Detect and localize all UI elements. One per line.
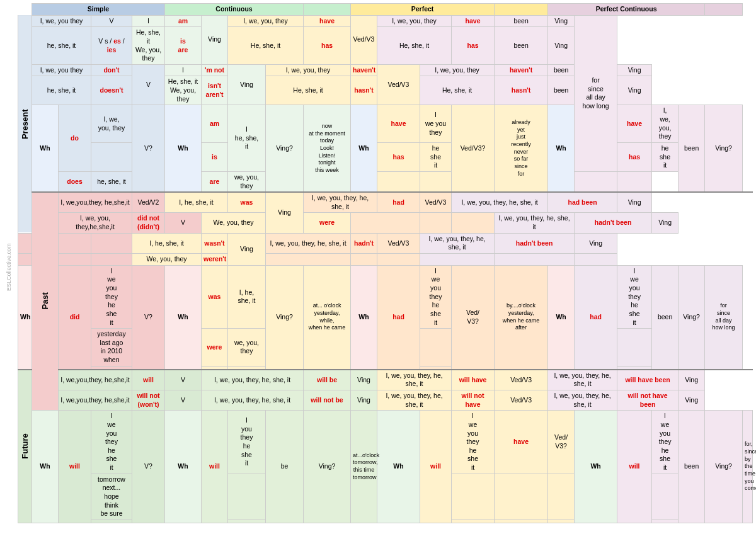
future-q-pc-will: will: [617, 411, 652, 523]
past-cont-adverbs: at... o'clockyesterday,while,when he cam…: [304, 265, 351, 370]
tense-label-past: Past: [32, 192, 59, 411]
future-q-perf-ved2: [548, 474, 575, 520]
present-neg-subj1: I, we, you they: [32, 64, 91, 76]
future-q-cont-be: be: [266, 411, 304, 523]
future-q-pc-forsince: for,since,by thetime youcome: [743, 411, 753, 523]
present-neg-v: V: [132, 64, 165, 105]
present-q-ved: Ved/V3?: [452, 105, 495, 192]
future-q-pc-placeholder: [652, 520, 679, 523]
future-q-perf-placeholder: [452, 520, 495, 523]
past-q-wh-pc: Wh: [548, 265, 575, 370]
present-q-have: have: [377, 105, 420, 143]
past-cont-weyouthey: We, you, they: [202, 213, 266, 233]
past-q-pc-had: had: [575, 265, 617, 370]
future-neg-pc-willnothavebeen: will not have been: [617, 390, 679, 410]
future-q-perf-subj: Iweyoutheyhesheit: [452, 411, 495, 474]
present-perf-subj1: I, we, you, they: [228, 15, 304, 27]
header-simple: Simple: [32, 4, 165, 16]
future-neg-perf-ved: Ved/V3: [495, 390, 548, 410]
future-perf-willhave: will have: [452, 370, 495, 390]
future-simple-v: V: [165, 370, 202, 390]
future-q-perf-ved: Ved/V3?: [548, 411, 575, 474]
present-q-wh-pc: Wh: [548, 105, 575, 192]
present-q-wh-cont: Wh: [165, 105, 202, 192]
present-q-hesheit-label: he, she, it: [91, 171, 132, 192]
past-pc-subj2: I, we, you, they, he, she, it: [495, 213, 575, 233]
past-neg-pc-subj: I, we, you, they, he, she, it: [420, 233, 495, 253]
tense-label-present: Present: [18, 15, 32, 233]
past-q-pc-been: been: [652, 265, 679, 370]
past-neg-cont-wasnt: wasn't: [202, 233, 228, 253]
present-pc-ving2: Ving: [548, 27, 575, 65]
future-pc-ving: Ving: [679, 370, 705, 390]
past-pc-ving2: Ving: [652, 213, 679, 233]
present-q-pc-placeholder: [575, 171, 617, 192]
past-q-wh: Wh: [18, 265, 32, 370]
future-pc-willhavebeen: will have been: [617, 370, 679, 390]
present-q-pc-has: has: [617, 142, 652, 171]
past-neg-pc-hadntbeen: hadn't been: [495, 233, 575, 253]
past-neg2-placeholder3: [91, 233, 132, 253]
future-q-cont-placeholder: [228, 474, 266, 520]
watermark: ESLCollective.com: [6, 243, 12, 291]
past-q-perf-subj: Iweyoutheyhesheit: [420, 265, 452, 328]
past-cont-ving: Ving: [266, 192, 304, 233]
present-q-are: are: [202, 171, 228, 192]
future-cont-subj: I, we, you, they, he, she, it: [202, 370, 304, 390]
past-perf-had: had: [377, 192, 420, 213]
past-neg2-placeholder2: [59, 233, 91, 253]
past-row4-perf: [266, 254, 351, 266]
future-q-subj: Iweyoutheyhesheit: [91, 411, 132, 474]
header-perfect-adv: [495, 4, 548, 16]
future-simple-will: will: [132, 370, 165, 390]
present-perf-have: have: [304, 15, 351, 27]
present-simple-v1: V: [91, 15, 132, 27]
future-cont-ving: Ving: [351, 370, 377, 390]
past-q-wh-perf: Wh: [351, 265, 377, 370]
present-q-hesheit-s: [91, 142, 132, 171]
past-cont-were: were: [304, 213, 351, 233]
present-pc-subj1: I, we, you, they: [377, 15, 452, 27]
future-q-wh: Wh: [32, 411, 59, 523]
future-q-pc-ving: Ving?: [705, 411, 743, 523]
future-neg-pc-ving: Ving: [679, 390, 705, 410]
corner-cell: [18, 4, 32, 16]
past-neg-subj: I, we, you, they,he,she,it: [59, 213, 132, 233]
future-pc-subj: I, we, you, they, he, she, it: [548, 370, 617, 390]
present-q-wh-perf: Wh: [351, 105, 377, 192]
present-q-pc-iwe: I,we, you,they: [652, 105, 679, 143]
present-neg-perf-hesheit: He, she, it: [266, 76, 351, 105]
present-neg-cont-ving: Ving: [228, 64, 266, 105]
past-neg-didnot: did not(didn't): [132, 213, 165, 233]
future-q-cont-subj: Iyoutheyhesheit: [228, 411, 266, 474]
header-perfect-continuous: Perfect Continuous: [548, 4, 705, 16]
present-q-am: am: [202, 105, 228, 143]
present-pc-have: have: [452, 15, 495, 27]
future-neg-willnot: will not(won't): [132, 390, 165, 410]
future-q-cont-placeholder2: [228, 520, 266, 523]
future-q-wh-pc: Wh: [575, 411, 617, 523]
table-wrapper: Simple Continuous Perfect Perfect Contin…: [18, 0, 756, 534]
future-q-perf-have: have: [495, 411, 548, 474]
present-pc-ving-neg: Ving: [617, 76, 652, 105]
present-q-do: do: [59, 105, 91, 171]
future-neg-cont-ving: Ving: [351, 390, 377, 410]
past-neg-pc-ving: Ving: [575, 233, 617, 253]
past-neg-perf-ved: Ved/V3: [377, 233, 420, 253]
past-perf-subj1: I, we, you, they, he, she, it: [304, 192, 377, 213]
past-q-cont-ihesheit: I, he,she, it: [228, 265, 266, 328]
header-continuous-adv: [304, 4, 351, 16]
past-q-perf-placeholder: [420, 329, 452, 366]
past-neg-v: V: [165, 213, 202, 233]
future-neg-v: V: [165, 390, 202, 410]
past-perf-placeholder3: [452, 213, 495, 233]
present-q-placeholder2: [420, 171, 452, 192]
future-q-v: V?: [132, 411, 165, 523]
present-q-has: has: [377, 142, 420, 171]
present-neg-perf-ved: Ved/V3: [377, 64, 420, 105]
future-q-placeholder: [91, 520, 132, 523]
present-q-iwe: I, we,you, they: [91, 105, 132, 143]
future-q-perf-placeholder2: [495, 520, 548, 523]
future-neg-pc-subj: I, we, you, they, he, she, it: [548, 390, 617, 410]
past-q-ved: Ved/V3?: [452, 265, 495, 370]
